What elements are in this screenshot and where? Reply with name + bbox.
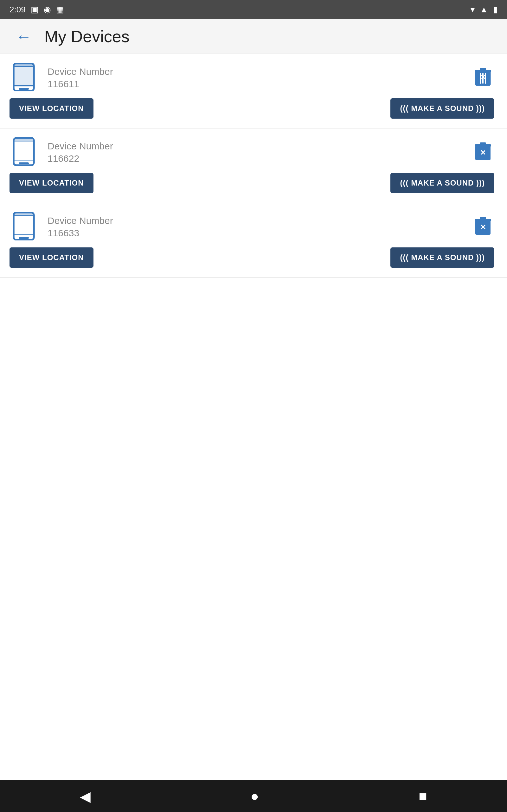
device-card-1: Device Number 116611 ✕ [0, 54, 507, 129]
device-card-top-3: Device Number 116633 ✕ [9, 212, 494, 241]
device-info-left-3: Device Number 116633 [9, 212, 113, 241]
device-number-2: 116622 [48, 152, 113, 165]
svg-rect-16 [19, 162, 29, 164]
device-info-left-1: Device Number 116611 [9, 63, 113, 92]
nav-recents-icon: ■ [418, 788, 427, 804]
delete-button-1[interactable]: ✕ [471, 66, 494, 89]
device-text-1: Device Number 116611 [48, 65, 113, 90]
svg-text:✕: ✕ [481, 73, 486, 81]
device-label-2: Device Number [48, 140, 113, 152]
device-icon-1 [9, 63, 38, 92]
nav-home-icon: ● [250, 788, 259, 804]
device-text-2: Device Number 116622 [48, 140, 113, 165]
page-title: My Devices [44, 27, 130, 46]
delete-button-3[interactable]: ✕ [471, 215, 494, 238]
status-bar-right: ▾ ▲ ▮ [470, 5, 498, 14]
battery-icon: ▮ [493, 5, 498, 14]
smartphone-icon-3 [12, 212, 35, 242]
back-arrow-icon: ← [16, 29, 32, 44]
device-actions-3: VIEW LOCATION ((( MAKE A SOUND ))) [9, 247, 494, 268]
view-location-button-1[interactable]: VIEW LOCATION [9, 98, 94, 119]
svg-text:✕: ✕ [480, 149, 486, 157]
device-label-1: Device Number [48, 65, 113, 78]
view-location-button-2[interactable]: VIEW LOCATION [9, 173, 94, 193]
svg-rect-9 [480, 68, 486, 70]
trash-icon-1: ✕ [475, 68, 491, 88]
svg-rect-26 [19, 237, 29, 239]
smartphone-icon-2 [12, 137, 35, 167]
device-number-1: 116611 [48, 78, 113, 90]
usb-icon: ▣ [31, 5, 39, 14]
make-sound-button-3[interactable]: ((( MAKE A SOUND ))) [390, 247, 494, 268]
svg-rect-14 [14, 138, 34, 165]
device-label-3: Device Number [48, 214, 113, 227]
back-button[interactable]: ← [13, 26, 35, 48]
device-actions-2: VIEW LOCATION ((( MAKE A SOUND ))) [9, 173, 494, 193]
svg-rect-32 [480, 217, 486, 219]
nav-recents-button[interactable]: ■ [406, 783, 440, 809]
make-sound-button-2[interactable]: ((( MAKE A SOUND ))) [390, 173, 494, 193]
view-location-button-3[interactable]: VIEW LOCATION [9, 247, 94, 268]
device-icon-3 [9, 212, 38, 241]
svg-rect-1 [14, 63, 34, 87]
time-display: 2:09 [9, 5, 26, 14]
signal-icon: ▲ [480, 5, 488, 14]
smartphone-icon-1 [12, 63, 35, 93]
wifi-icon: ▾ [470, 5, 475, 14]
delete-button-2[interactable]: ✕ [471, 141, 494, 164]
svg-rect-3 [19, 88, 29, 90]
device-icon-2 [9, 138, 38, 166]
device-list: Device Number 116611 ✕ [0, 54, 507, 780]
device-text-3: Device Number 116633 [48, 214, 113, 239]
status-bar-left: 2:09 ▣ ◉ ▦ [9, 5, 64, 14]
device-card-2: Device Number 116622 ✕ VIEW LOCATION (((… [0, 129, 507, 203]
svg-rect-22 [480, 142, 486, 145]
sdcard-icon: ▦ [56, 5, 64, 14]
bottom-navigation: ◀ ● ■ [0, 780, 507, 812]
device-actions-1: VIEW LOCATION ((( MAKE A SOUND ))) [9, 98, 494, 119]
device-number-3: 116633 [48, 227, 113, 239]
svg-rect-24 [14, 212, 34, 240]
alarm-icon: ◉ [44, 5, 51, 14]
nav-back-button[interactable]: ◀ [67, 783, 103, 809]
app-bar: ← My Devices [0, 19, 507, 54]
device-card-3: Device Number 116633 ✕ VIEW LOCATION (((… [0, 203, 507, 277]
nav-back-icon: ◀ [80, 788, 91, 804]
trash-icon-2: ✕ [475, 142, 491, 162]
device-info-left-2: Device Number 116622 [9, 138, 113, 166]
svg-text:✕: ✕ [480, 223, 486, 231]
status-bar: 2:09 ▣ ◉ ▦ ▾ ▲ ▮ [0, 0, 507, 19]
nav-home-button[interactable]: ● [238, 783, 272, 809]
device-card-top-1: Device Number 116611 ✕ [9, 63, 494, 92]
trash-icon-3: ✕ [475, 217, 491, 237]
device-card-top-2: Device Number 116622 ✕ [9, 138, 494, 166]
make-sound-button-1[interactable]: ((( MAKE A SOUND ))) [390, 98, 494, 119]
